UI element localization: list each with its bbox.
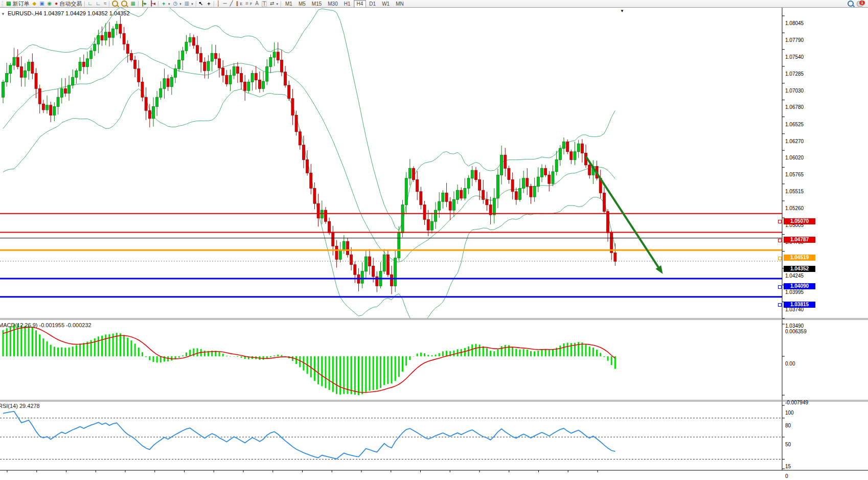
candle (310, 173, 312, 188)
notifications-button[interactable]: 1 (855, 1, 865, 7)
toolbar-grip[interactable] (2, 1, 3, 6)
hline-handle[interactable] (778, 257, 782, 260)
price-tick-label: 1.07030 (785, 88, 804, 94)
candle (291, 99, 294, 115)
zoom-out-button[interactable] (120, 1, 129, 7)
new-order-button[interactable]: ▤ 新订单 (5, 1, 31, 7)
candle (229, 75, 232, 84)
candle (563, 142, 565, 148)
hline-handle[interactable] (778, 239, 782, 242)
add-indicator-button[interactable]: ＋▾ (159, 1, 172, 7)
label-icon: T (262, 1, 267, 7)
timeframe-W1[interactable]: W1 (379, 0, 393, 8)
horizontal-line-button[interactable]: ─ (221, 1, 228, 7)
candlestick-chart-button[interactable]: ∟ (94, 1, 102, 7)
price-tick-label: 1.06780 (785, 104, 804, 110)
autotrading-button[interactable]: ● 自动交易 (53, 1, 83, 7)
candle (354, 265, 356, 275)
chart-canvas (0, 0, 868, 480)
hline-handle[interactable] (778, 220, 782, 223)
vertical-line-button[interactable]: │ (215, 1, 221, 7)
candle (123, 33, 125, 44)
candle (482, 190, 485, 199)
price-tick-label: 1.08045 (785, 20, 804, 26)
candle (181, 51, 184, 60)
macd-label: MACD(12,26,9) -0.001955 -0.000232 (0, 322, 92, 328)
zoom-in-button[interactable] (110, 1, 120, 7)
zoom-in-icon (112, 1, 118, 7)
candle (57, 97, 59, 106)
candle (82, 62, 85, 66)
candle (251, 73, 254, 82)
candle (317, 203, 319, 218)
data-window-button[interactable]: ▣ (38, 1, 45, 7)
chart-title: ▼ EURUSD-,H4 1.04397 1.04429 1.04352 1.0… (1, 10, 130, 16)
hline-handle[interactable] (778, 285, 782, 289)
timeframe-MN[interactable]: MN (393, 0, 407, 8)
price-tick-label: 1.07540 (785, 54, 804, 60)
bar-chart-button[interactable]: ∟ (86, 1, 94, 7)
line-chart-button[interactable]: ≈ (102, 1, 108, 7)
navigator-button[interactable]: ◉ (46, 1, 54, 7)
vertical-line-icon: │ (217, 1, 220, 7)
price-tick-label: 1.05260 (785, 205, 804, 211)
label-button[interactable]: T (260, 1, 268, 7)
trend-arrow[interactable] (586, 156, 663, 274)
template-button[interactable]: ▥▾ (183, 1, 195, 7)
candle (607, 212, 609, 233)
crosshair-button[interactable]: ＋ (204, 1, 213, 7)
candle (398, 233, 400, 258)
hline-handle[interactable] (778, 303, 782, 307)
tile-windows-button[interactable]: ▦ (129, 1, 136, 7)
candle (16, 57, 19, 66)
candle (423, 205, 426, 220)
indicator-window-button[interactable]: ┠▸ (140, 1, 148, 7)
indicator-window-icon: ┠▸ (141, 1, 147, 7)
cursor-button[interactable]: ↖ (197, 1, 204, 7)
candle (233, 66, 235, 75)
candle (350, 255, 353, 264)
notification-badge: 1 (859, 1, 865, 5)
candle (79, 62, 81, 71)
timeframe-M15[interactable]: M15 (309, 0, 325, 8)
candle (486, 199, 488, 204)
timeframe-H4[interactable]: H4 (354, 0, 367, 8)
candle (496, 175, 499, 198)
candle (170, 77, 173, 86)
candle (332, 233, 334, 246)
chart-shift-marker[interactable]: ▼ (620, 9, 624, 13)
market-watch-button[interactable]: ◆ (31, 1, 38, 7)
candle (185, 42, 188, 51)
timeframe-M30[interactable]: M30 (325, 0, 340, 8)
channel-icon: ∥ (236, 1, 239, 7)
fibonacci-button[interactable]: ≡F (244, 1, 254, 7)
indicator-window2-button[interactable]: ┠◂ (148, 1, 157, 7)
trendline-button[interactable]: ╱ (229, 1, 235, 7)
macd-signal-line (3, 327, 615, 393)
candle (420, 192, 422, 205)
price-tick-label: 1.07790 (785, 37, 804, 43)
candle (6, 73, 8, 82)
candle (438, 201, 441, 210)
candle (255, 73, 257, 80)
candle (68, 85, 71, 94)
candle (302, 145, 305, 160)
arrows-button[interactable]: ⇄▾ (268, 1, 280, 7)
candle (130, 53, 132, 60)
chat-bubble-icon: 1 (857, 1, 863, 7)
timeframe-H1[interactable]: H1 (341, 0, 354, 8)
symbol-caret-icon: ▼ (1, 12, 5, 16)
search-button[interactable] (846, 1, 855, 7)
candle (225, 75, 228, 84)
text-button[interactable]: A (254, 1, 260, 7)
candle (214, 53, 217, 58)
indicator-window2-icon: ┠◂ (150, 1, 155, 7)
timeframe-D1[interactable]: D1 (366, 0, 379, 8)
rsi-axis-label: 100 (785, 410, 794, 416)
timeframe-M1[interactable]: M1 (282, 0, 295, 8)
candle (174, 68, 176, 77)
channel-button[interactable]: ∥E (235, 1, 244, 7)
timeframe-M5[interactable]: M5 (295, 0, 309, 8)
current-price-label: 1.04352 (784, 266, 815, 272)
period-button[interactable]: ◷▾ (172, 1, 183, 7)
